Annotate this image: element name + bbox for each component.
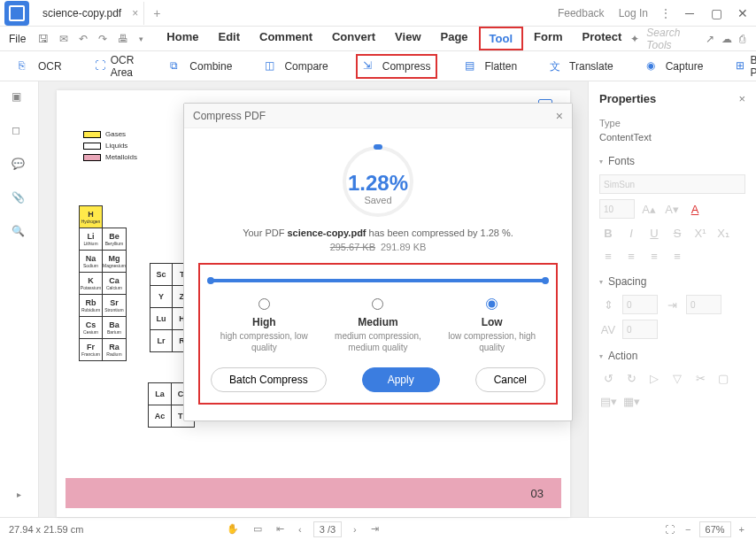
strike-icon[interactable]: S [668, 224, 686, 242]
comments-icon[interactable]: 💬 [12, 158, 27, 174]
compress-button[interactable]: ⇲Compress [356, 54, 438, 79]
menu-comment[interactable]: Comment [251, 27, 321, 50]
bold-icon[interactable]: B [599, 224, 617, 242]
search-tools-input[interactable]: Search Tools [646, 27, 698, 51]
rotate-right-icon[interactable]: ↻ [622, 369, 640, 387]
radio-high[interactable] [258, 298, 270, 310]
attachments-icon[interactable]: 📎 [12, 191, 27, 207]
menu-form[interactable]: Form [525, 27, 572, 50]
close-tab-icon[interactable]: × [132, 7, 138, 19]
search-icon[interactable]: 🔍 [12, 225, 27, 241]
batch-process-button[interactable]: ⊞Batch Process [730, 50, 756, 82]
align-icon[interactable]: ▦▾ [622, 392, 640, 410]
cloud-icon[interactable]: ☁ [721, 33, 732, 45]
menu-protect[interactable]: Protect [574, 27, 631, 50]
crop-icon[interactable]: ✂ [691, 369, 709, 387]
option-high[interactable]: High high compression, low quality [211, 298, 317, 353]
hand-tool-icon[interactable]: ✋ [224, 523, 242, 535]
thumbnails-icon[interactable]: ▣ [12, 90, 27, 106]
statusbar: 27.94 x 21.59 cm ✋ ▭ ⇤ ‹ 3 /3 › ⇥ ⛶ − 67… [0, 517, 756, 540]
close-properties-icon[interactable]: × [738, 92, 745, 105]
spacing-input-1[interactable] [622, 295, 658, 314]
print-icon[interactable]: 🖶 [112, 33, 134, 45]
feedback-link[interactable]: Feedback [551, 7, 612, 19]
align-center-icon[interactable]: ≡ [622, 247, 640, 265]
menu-view[interactable]: View [386, 27, 429, 50]
ocr-button[interactable]: ⎘OCR [13, 56, 67, 77]
option-low[interactable]: Low low compression, high quality [439, 298, 545, 353]
rotate-left-icon[interactable]: ↺ [599, 369, 617, 387]
new-tab-button[interactable]: + [144, 6, 169, 20]
batch-compress-button[interactable]: Batch Compress [211, 367, 327, 392]
font-color-icon[interactable]: A [686, 200, 704, 218]
minimize-button[interactable]: ─ [676, 6, 703, 20]
maximize-button[interactable]: ▢ [703, 6, 729, 20]
menu-convert[interactable]: Convert [323, 27, 384, 50]
font-family-select[interactable] [599, 174, 745, 194]
align-left-icon[interactable]: ≡ [599, 247, 617, 265]
spacing-section[interactable]: Spacing [599, 275, 745, 288]
radio-low[interactable] [486, 298, 498, 310]
wand-icon[interactable]: ✦ [630, 33, 639, 45]
save-icon[interactable]: 🖫 [33, 33, 54, 45]
flip-h-icon[interactable]: ▷ [645, 369, 663, 387]
file-menu[interactable]: File [2, 33, 33, 45]
underline-icon[interactable]: U [645, 224, 663, 242]
translate-button[interactable]: 文Translate [544, 56, 619, 77]
close-window-button[interactable]: ✕ [729, 6, 756, 20]
menu-home[interactable]: Home [158, 27, 207, 50]
first-page-icon[interactable]: ⇤ [274, 523, 287, 535]
zoom-level[interactable]: 67% [699, 521, 731, 537]
share-icon[interactable]: ↗ [706, 33, 714, 45]
redo-icon[interactable]: ↷ [93, 33, 112, 45]
menu-edit[interactable]: Edit [209, 27, 249, 50]
zoom-out-icon[interactable]: − [683, 524, 693, 535]
expand-rail-icon[interactable]: ▸ [17, 490, 21, 499]
fonts-section[interactable]: Fonts [599, 155, 745, 167]
font-size-input[interactable] [599, 199, 635, 219]
next-page-icon[interactable]: › [351, 524, 359, 535]
quality-slider[interactable] [211, 279, 545, 282]
radio-medium[interactable] [372, 298, 383, 310]
last-page-icon[interactable]: ⇥ [368, 523, 382, 535]
apply-button[interactable]: Apply [362, 367, 440, 392]
save2-icon[interactable]: ⎙ [739, 33, 745, 45]
mail-icon[interactable]: ✉ [54, 33, 73, 45]
sub-icon[interactable]: X₁ [714, 224, 732, 242]
fit-width-icon[interactable]: ⛶ [662, 524, 677, 535]
menu-page[interactable]: Page [432, 27, 477, 50]
capture-button[interactable]: ◉Capture [641, 56, 709, 77]
flatten-button[interactable]: ▤Flatten [459, 56, 522, 77]
close-dialog-icon[interactable]: × [556, 109, 563, 123]
align-justify-icon[interactable]: ≡ [668, 247, 686, 265]
extract-icon[interactable]: ▢ [714, 369, 732, 387]
action-section[interactable]: Action [599, 350, 745, 362]
undo-icon[interactable]: ↶ [73, 33, 93, 45]
page-input[interactable]: 3 [320, 524, 325, 535]
select-tool-icon[interactable]: ▭ [251, 523, 265, 535]
cancel-button[interactable]: Cancel [475, 367, 545, 392]
spacing-input-2[interactable] [686, 295, 721, 314]
spacing-input-3[interactable] [622, 320, 658, 339]
ocr-area-button[interactable]: ⛶OCR Area [89, 50, 143, 82]
menu-tool[interactable]: Tool [479, 27, 523, 50]
prev-page-icon[interactable]: ‹ [296, 524, 305, 535]
document-tab[interactable]: science-copy.pdf × [34, 2, 144, 25]
dropdown-icon[interactable]: ▾ [134, 35, 149, 43]
compare-button[interactable]: ◫Compare [259, 56, 333, 77]
bookmarks-icon[interactable]: ◻ [12, 124, 27, 140]
super-icon[interactable]: X¹ [691, 224, 709, 242]
italic-icon[interactable]: I [622, 224, 640, 242]
align-right-icon[interactable]: ≡ [645, 247, 663, 265]
flip-v-icon[interactable]: ▽ [668, 369, 686, 387]
font-grow-icon[interactable]: A▴ [640, 200, 658, 218]
combine-button[interactable]: ⧉Combine [165, 56, 237, 77]
more-menu[interactable]: ⋮ [655, 7, 676, 19]
zoom-in-icon[interactable]: + [737, 524, 747, 535]
font-shrink-icon[interactable]: A▾ [663, 200, 681, 218]
page-footer: 03 [66, 478, 561, 508]
option-medium[interactable]: Medium medium compression, medium qualit… [325, 298, 431, 353]
arrange-icon[interactable]: ▤▾ [599, 392, 617, 410]
toolbar: ⎘OCR ⛶OCR Area ⧉Combine ◫Compare ⇲Compre… [0, 51, 756, 81]
login-link[interactable]: Log In [612, 7, 655, 19]
